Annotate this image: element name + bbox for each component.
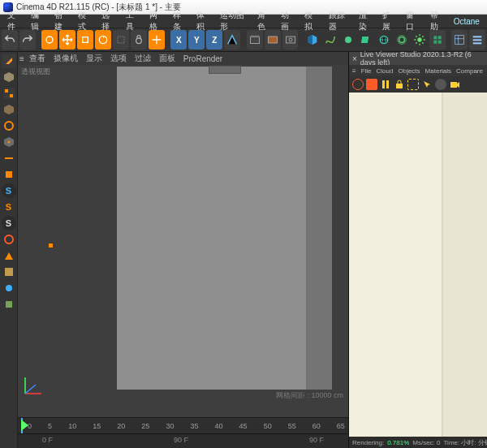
layout-button[interactable] — [451, 30, 468, 50]
lv-menu-materials[interactable]: Materials — [425, 67, 451, 75]
move-tool-button[interactable] — [59, 30, 75, 50]
camera-gizmo-icon[interactable] — [209, 66, 241, 74]
timeline-ruler[interactable]: 05101520253035404550556065 — [18, 417, 348, 433]
lv-menu-objects[interactable]: Objects — [398, 67, 420, 75]
render-pv-button[interactable] — [265, 30, 281, 50]
menu-help[interactable]: 帮助 — [425, 10, 449, 32]
add-volume-button[interactable] — [429, 30, 446, 50]
lock-button[interactable] — [131, 30, 147, 50]
vmenu-panel[interactable]: 面板 — [159, 53, 175, 64]
axis-x-button[interactable]: X — [170, 30, 187, 50]
axis-mode-icon[interactable] — [2, 118, 16, 133]
misc-tool-icon[interactable] — [2, 297, 16, 312]
add-camera-button[interactable] — [394, 30, 410, 50]
object-mode-icon[interactable] — [2, 102, 16, 117]
menu-select[interactable]: 选择 — [97, 10, 120, 32]
add-cube-button[interactable] — [304, 30, 321, 50]
live-viewer-render[interactable] — [349, 93, 487, 437]
menu-spline[interactable]: 样条 — [168, 10, 192, 32]
select-tool-button[interactable] — [41, 30, 58, 50]
axis-y-button[interactable]: Y — [188, 30, 205, 50]
render-view-button[interactable] — [247, 30, 263, 50]
menu-extensions[interactable]: 扩展 — [377, 10, 401, 32]
point-mode-icon[interactable] — [2, 135, 16, 149]
menu-character[interactable]: 角色 — [252, 10, 276, 32]
lv-region-icon[interactable] — [407, 79, 419, 90]
layout-menu-button[interactable] — [469, 30, 485, 50]
live-viewer-statusbar: Rendering: 0.781% Ms/sec: 0 Time: 小时: 分钟… — [349, 437, 487, 448]
vmenu-filter[interactable]: 过滤 — [135, 53, 151, 64]
lv-lock-icon[interactable] — [394, 79, 405, 90]
live-viewer-menubar[interactable]: ≡ File Cloud Objects Materials Compare — [349, 65, 487, 76]
menu-simulate[interactable]: 模拟 — [300, 10, 323, 32]
xray-icon[interactable] — [2, 281, 16, 295]
snap-icon[interactable]: S — [2, 183, 16, 198]
menu-file[interactable]: 文件 — [2, 10, 26, 32]
viewport-canvas[interactable]: 透视视图 网格间距 : 10000 cm — [18, 65, 348, 417]
lv-menu-file[interactable]: File — [361, 67, 372, 75]
menu-animate[interactable]: 动画 — [276, 10, 300, 32]
svg-rect-16 — [433, 36, 437, 39]
live-viewer-titlebar[interactable]: × Live Viewer Studio 2020.1.3-R2 (6 days… — [349, 52, 487, 65]
scale-tool-button[interactable] — [77, 30, 93, 50]
lv-camera-icon[interactable] — [449, 79, 460, 90]
vmenu-camera[interactable]: 摄像机 — [54, 53, 78, 64]
recent-tool-button[interactable] — [113, 30, 129, 50]
svg-rect-1 — [83, 37, 88, 43]
viewport-menubar[interactable]: ≡ 查看 摄像机 显示 选项 过滤 面板 ProRender — [18, 52, 348, 65]
axis-center-icon — [49, 243, 53, 248]
svg-point-27 — [5, 122, 13, 130]
snap-settings-icon[interactable]: S — [2, 200, 16, 214]
undo-button[interactable] — [2, 30, 18, 50]
menu-volume[interactable]: 体积 — [192, 10, 215, 32]
edge-mode-icon[interactable] — [2, 151, 16, 166]
lv-menu-compare[interactable]: Compare — [456, 67, 483, 75]
timeline-track[interactable]: 0 F 90 F 90 F — [18, 433, 348, 448]
menu-window[interactable]: 窗口 — [401, 10, 425, 32]
add-generator-button[interactable] — [340, 30, 356, 50]
add-light-button[interactable] — [412, 30, 428, 50]
menu-tools[interactable]: 工具 — [121, 10, 144, 32]
viewport-solo-icon[interactable] — [2, 265, 16, 279]
polygon-mode-icon[interactable] — [2, 167, 16, 182]
workplane-icon[interactable]: S — [2, 216, 16, 230]
add-environment-button[interactable] — [376, 30, 392, 50]
redo-button[interactable] — [19, 30, 36, 50]
quantize-icon[interactable] — [2, 232, 16, 247]
svg-rect-32 — [5, 268, 13, 276]
main-menubar[interactable]: 文件 编辑 创建 模式 选择 工具 网格 样条 体积 运动图形 角色 动画 模拟… — [0, 15, 487, 28]
vmenu-prorender[interactable]: ProRender — [183, 54, 222, 63]
menu-mode[interactable]: 模式 — [73, 10, 97, 32]
menu-mesh[interactable]: 网格 — [144, 10, 168, 32]
menu-create[interactable]: 创建 — [50, 10, 73, 32]
menu-tracker[interactable]: 跟踪器 — [324, 10, 355, 32]
perspective-viewport: ≡ 查看 摄像机 显示 选项 过滤 面板 ProRender 透视视图 网格间距… — [18, 52, 349, 448]
menu-edit[interactable]: 编辑 — [26, 10, 50, 32]
crosshair-tool-button[interactable] — [149, 30, 165, 50]
lv-pause-icon[interactable] — [380, 79, 391, 90]
close-icon[interactable]: × — [352, 54, 357, 63]
rotate-tool-button[interactable] — [95, 30, 111, 50]
lv-menu-cloud[interactable]: Cloud — [377, 67, 394, 75]
make-editable-icon[interactable] — [2, 54, 16, 68]
menu-mograph[interactable]: 运动图形 — [215, 10, 252, 32]
add-deformer-button[interactable] — [358, 30, 374, 50]
menu-octane[interactable]: Octane — [449, 17, 485, 26]
render-settings-button[interactable] — [282, 30, 299, 50]
vmenu-view[interactable]: 查看 — [29, 53, 45, 64]
texture-mode-icon[interactable] — [2, 86, 16, 101]
svg-rect-8 — [286, 37, 295, 43]
axis-z-button[interactable]: Z — [206, 30, 222, 50]
vmenu-options[interactable]: 选项 — [110, 53, 127, 64]
lv-pick-icon[interactable] — [421, 79, 433, 90]
lv-stop-icon[interactable] — [366, 79, 377, 90]
vmenu-display[interactable]: 显示 — [86, 53, 102, 64]
add-spline-button[interactable] — [322, 30, 338, 50]
lv-restart-icon[interactable] — [352, 79, 364, 90]
tweak-icon[interactable] — [2, 248, 16, 263]
model-mode-icon[interactable] — [2, 70, 16, 84]
coord-system-button[interactable] — [224, 30, 240, 50]
svg-point-0 — [46, 37, 53, 43]
lv-clay-icon[interactable] — [435, 79, 446, 90]
menu-render[interactable]: 渲染 — [354, 10, 377, 32]
